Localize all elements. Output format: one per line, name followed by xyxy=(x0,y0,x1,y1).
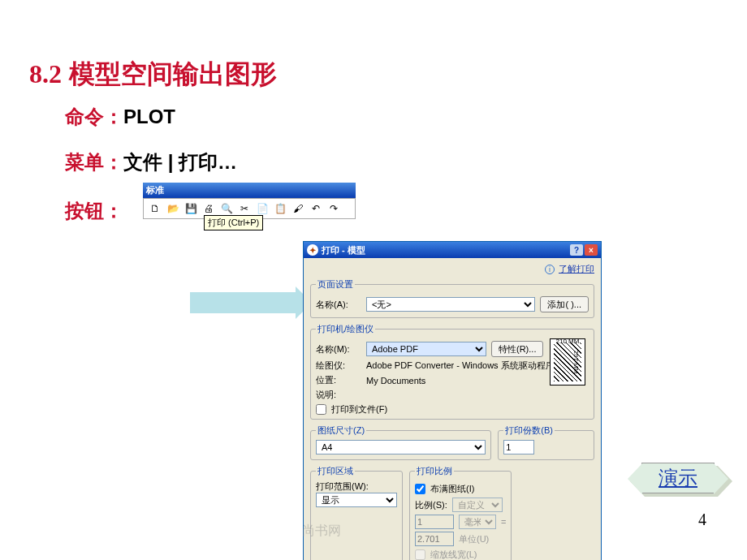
save-icon[interactable]: 💾 xyxy=(184,202,197,215)
app-icon: ✦ xyxy=(307,244,318,256)
printer-name-select[interactable]: Adobe PDF xyxy=(366,342,486,356)
pagesetup-name-select[interactable]: <无> xyxy=(366,297,535,312)
pagesetup-name-label: 名称(A): xyxy=(316,299,361,311)
copies-group: 打印份数(B) xyxy=(498,424,594,460)
toolbar-title: 标准 xyxy=(143,183,356,198)
close-icon[interactable]: × xyxy=(585,244,598,256)
heading-title: 模型空间输出图形 xyxy=(69,59,277,88)
heading-number: 8.2 xyxy=(29,59,62,88)
plotter-value: Adobe PDF Converter - Windows 系统驱动程序 ... xyxy=(366,360,564,372)
menu-label: 菜单： xyxy=(65,151,123,173)
info-icon: i xyxy=(545,265,555,274)
undo-icon[interactable]: ↶ xyxy=(309,202,322,215)
scale-select: 自定义 xyxy=(452,498,503,512)
arrow-icon xyxy=(190,292,296,313)
redo-icon[interactable]: ↷ xyxy=(327,202,340,215)
scale-equals: = xyxy=(501,517,506,527)
desc-label: 说明: xyxy=(316,389,361,401)
copy-icon[interactable]: 📄 xyxy=(256,202,269,215)
properties-button[interactable]: 特性(R)... xyxy=(491,341,543,357)
plot-scale-legend: 打印比例 xyxy=(415,465,454,477)
button-label: 按钮： xyxy=(65,200,123,222)
printer-name-label: 名称(M): xyxy=(316,343,361,355)
toolbar: 标准 🗋 📂 💾 🖨 🔍 ✂ 📄 📋 🖌 ↶ ↷ 打印 (Ctrl+P) xyxy=(143,183,356,219)
printer-legend: 打印机/绘图仪 xyxy=(316,323,375,335)
copies-legend: 打印份数(B) xyxy=(503,424,555,437)
print-icon[interactable]: 🖨 xyxy=(202,202,215,215)
plotter-label: 绘图仪: xyxy=(316,360,361,372)
fit-to-paper-label: 布满图纸(I) xyxy=(430,483,474,495)
scale-lineweights-checkbox xyxy=(415,549,425,560)
scale-mm-unit: 毫米 xyxy=(459,515,496,529)
dialog-titlebar[interactable]: ✦ 打印 - 模型 ? × xyxy=(304,242,601,258)
open-icon[interactable]: 📂 xyxy=(166,202,179,215)
plot-area-group: 打印区域 打印范围(W): 显示 xyxy=(310,465,403,560)
plot-area-legend: 打印区域 xyxy=(316,465,355,477)
menu-line: 菜单：文件 | 打印… xyxy=(65,149,237,175)
new-icon[interactable]: 🗋 xyxy=(149,202,162,215)
dialog-title: 打印 - 模型 xyxy=(322,244,365,256)
plot-what-label: 打印范围(W): xyxy=(316,480,397,493)
command-line: 命令：PLOT xyxy=(65,104,175,130)
fit-to-paper-checkbox[interactable] xyxy=(415,484,425,494)
paper-size-select[interactable]: A4 xyxy=(316,440,486,454)
print-to-file-label: 打印到文件(F) xyxy=(331,403,387,416)
page-setup-legend: 页面设置 xyxy=(316,278,355,291)
add-button[interactable]: 添加( )... xyxy=(540,296,589,312)
page-setup-group: 页面设置 名称(A): <无> 添加( )... xyxy=(310,278,594,318)
printer-group: 打印机/绘图仪 名称(M): Adobe PDF 特性(R)... 绘图仪:Ad… xyxy=(310,323,594,420)
page-number: 4 xyxy=(698,510,706,529)
plot-what-select[interactable]: 显示 xyxy=(316,493,397,507)
paper-size-group: 图纸尺寸(Z) A4 xyxy=(310,424,491,460)
paper-preview: 210 MM 297 MM xyxy=(550,338,585,386)
slide-heading: 8.2 模型空间输出图形 xyxy=(29,57,277,93)
print-tooltip: 打印 (Ctrl+P) xyxy=(204,215,263,230)
paste-icon[interactable]: 📋 xyxy=(274,202,287,215)
help-title-button[interactable]: ? xyxy=(570,244,583,256)
scale-unit-label: 单位(U) xyxy=(459,533,489,545)
learn-print-link[interactable]: 了解打印 xyxy=(559,264,594,274)
scale-mm-input xyxy=(415,515,454,529)
cut-icon[interactable]: ✂ xyxy=(238,202,251,215)
paper-size-legend: 图纸尺寸(Z) xyxy=(316,424,366,437)
print-to-file-checkbox[interactable] xyxy=(316,404,326,415)
demo-link[interactable]: 演示 xyxy=(641,463,715,493)
scale-label: 比例(S): xyxy=(415,499,447,511)
plot-scale-group: 打印比例 布满图纸(I) 比例(S): 自定义 毫米 = 单位(U) 缩放线宽(… xyxy=(409,465,512,560)
copies-input[interactable] xyxy=(503,440,534,454)
where-value: My Documents xyxy=(366,376,425,386)
button-line: 按钮： xyxy=(65,198,123,224)
command-value: PLOT xyxy=(123,106,175,127)
plot-dialog: ✦ 打印 - 模型 ? × i 了解打印 页面设置 名称(A): <无> 添加(… xyxy=(303,241,602,560)
menu-value: 文件 | 打印… xyxy=(123,151,237,173)
preview-icon[interactable]: 🔍 xyxy=(220,202,233,215)
scale-lineweights-label: 缩放线宽(L) xyxy=(430,549,477,560)
paper-height-label: 297 MM xyxy=(572,351,580,374)
where-label: 位置: xyxy=(316,374,361,386)
properties-icon[interactable]: 🖌 xyxy=(291,202,304,215)
learn-row: i 了解打印 xyxy=(310,263,594,275)
command-label: 命令： xyxy=(65,106,123,127)
scale-unit-input xyxy=(415,532,454,546)
watermark: 尚书网 xyxy=(302,523,341,540)
